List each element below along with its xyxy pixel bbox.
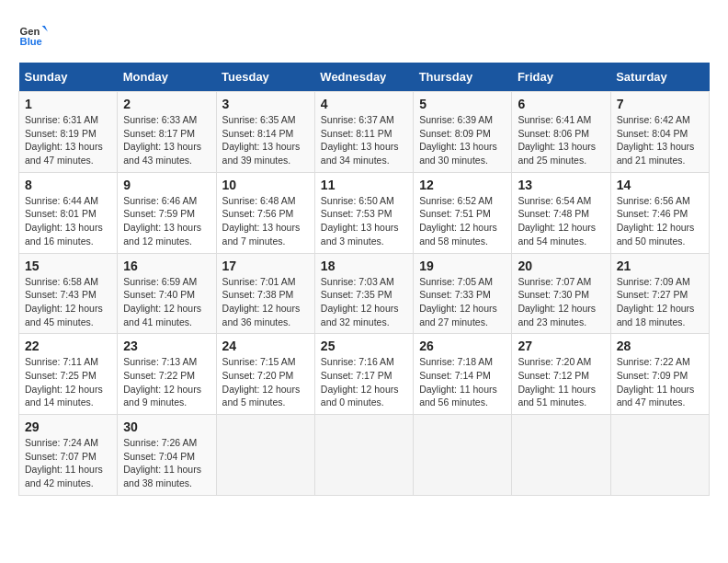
calendar-day-29: 29Sunrise: 7:24 AM Sunset: 7:07 PM Dayli… — [19, 415, 118, 496]
day-number: 10 — [222, 178, 309, 192]
calendar-day-6: 6Sunrise: 6:41 AM Sunset: 8:06 PM Daylig… — [512, 92, 610, 173]
day-number: 7 — [617, 97, 703, 111]
calendar-day-9: 9Sunrise: 6:46 AM Sunset: 7:59 PM Daylig… — [118, 172, 216, 253]
day-info: Sunrise: 7:01 AM Sunset: 7:38 PM Dayligh… — [222, 275, 309, 329]
calendar-day-26: 26Sunrise: 7:18 AM Sunset: 7:14 PM Dayli… — [414, 334, 512, 415]
logo: Gen Blue — [18, 18, 51, 48]
day-info: Sunrise: 7:09 AM Sunset: 7:27 PM Dayligh… — [617, 275, 703, 329]
day-number: 28 — [617, 339, 703, 353]
day-info: Sunrise: 6:46 AM Sunset: 7:59 PM Dayligh… — [123, 194, 210, 248]
day-info: Sunrise: 6:54 AM Sunset: 7:48 PM Dayligh… — [518, 194, 604, 248]
day-number: 27 — [518, 339, 604, 353]
calendar-day-22: 22Sunrise: 7:11 AM Sunset: 7:25 PM Dayli… — [19, 334, 118, 415]
column-header-saturday: Saturday — [610, 63, 709, 92]
empty-day — [610, 415, 709, 496]
day-info: Sunrise: 6:41 AM Sunset: 8:06 PM Dayligh… — [518, 113, 604, 167]
day-number: 13 — [518, 178, 604, 192]
calendar-day-1: 1Sunrise: 6:31 AM Sunset: 8:19 PM Daylig… — [19, 92, 118, 173]
day-info: Sunrise: 7:05 AM Sunset: 7:33 PM Dayligh… — [419, 275, 506, 329]
column-header-friday: Friday — [512, 63, 610, 92]
day-number: 25 — [321, 339, 407, 353]
day-info: Sunrise: 7:26 AM Sunset: 7:04 PM Dayligh… — [123, 436, 210, 490]
column-header-wednesday: Wednesday — [314, 63, 413, 92]
calendar-day-20: 20Sunrise: 7:07 AM Sunset: 7:30 PM Dayli… — [512, 253, 610, 334]
day-info: Sunrise: 6:33 AM Sunset: 8:17 PM Dayligh… — [123, 113, 210, 167]
calendar-day-18: 18Sunrise: 7:03 AM Sunset: 7:35 PM Dayli… — [314, 253, 413, 334]
day-number: 5 — [419, 97, 506, 111]
calendar-week-row: 22Sunrise: 7:11 AM Sunset: 7:25 PM Dayli… — [19, 334, 710, 415]
day-info: Sunrise: 7:24 AM Sunset: 7:07 PM Dayligh… — [25, 436, 111, 490]
calendar-day-21: 21Sunrise: 7:09 AM Sunset: 7:27 PM Dayli… — [610, 253, 709, 334]
calendar-week-row: 29Sunrise: 7:24 AM Sunset: 7:07 PM Dayli… — [19, 415, 710, 496]
calendar-day-23: 23Sunrise: 7:13 AM Sunset: 7:22 PM Dayli… — [118, 334, 216, 415]
day-number: 21 — [617, 259, 703, 273]
day-info: Sunrise: 6:50 AM Sunset: 7:53 PM Dayligh… — [321, 194, 407, 248]
day-info: Sunrise: 6:37 AM Sunset: 8:11 PM Dayligh… — [321, 113, 407, 167]
day-info: Sunrise: 6:44 AM Sunset: 8:01 PM Dayligh… — [25, 194, 111, 248]
empty-day — [414, 415, 512, 496]
day-info: Sunrise: 6:52 AM Sunset: 7:51 PM Dayligh… — [419, 194, 506, 248]
calendar-day-24: 24Sunrise: 7:15 AM Sunset: 7:20 PM Dayli… — [216, 334, 314, 415]
day-info: Sunrise: 7:22 AM Sunset: 7:09 PM Dayligh… — [617, 355, 703, 409]
svg-text:Gen: Gen — [20, 26, 40, 37]
calendar-header-row: SundayMondayTuesdayWednesdayThursdayFrid… — [19, 63, 710, 92]
calendar-day-28: 28Sunrise: 7:22 AM Sunset: 7:09 PM Dayli… — [610, 334, 709, 415]
empty-day — [314, 415, 413, 496]
day-info: Sunrise: 6:58 AM Sunset: 7:43 PM Dayligh… — [25, 275, 111, 329]
calendar-table: SundayMondayTuesdayWednesdayThursdayFrid… — [18, 63, 710, 496]
calendar-day-7: 7Sunrise: 6:42 AM Sunset: 8:04 PM Daylig… — [610, 92, 709, 173]
calendar-day-12: 12Sunrise: 6:52 AM Sunset: 7:51 PM Dayli… — [414, 172, 512, 253]
calendar-day-3: 3Sunrise: 6:35 AM Sunset: 8:14 PM Daylig… — [216, 92, 314, 173]
day-number: 17 — [222, 259, 309, 273]
svg-marker-2 — [42, 26, 48, 31]
calendar-week-row: 1Sunrise: 6:31 AM Sunset: 8:19 PM Daylig… — [19, 92, 710, 173]
calendar-day-15: 15Sunrise: 6:58 AM Sunset: 7:43 PM Dayli… — [19, 253, 118, 334]
column-header-sunday: Sunday — [19, 63, 118, 92]
calendar-day-5: 5Sunrise: 6:39 AM Sunset: 8:09 PM Daylig… — [414, 92, 512, 173]
calendar-day-10: 10Sunrise: 6:48 AM Sunset: 7:56 PM Dayli… — [216, 172, 314, 253]
day-number: 20 — [518, 259, 604, 273]
calendar-day-2: 2Sunrise: 6:33 AM Sunset: 8:17 PM Daylig… — [118, 92, 216, 173]
empty-day — [216, 415, 314, 496]
day-info: Sunrise: 6:42 AM Sunset: 8:04 PM Dayligh… — [617, 113, 703, 167]
day-number: 16 — [123, 259, 210, 273]
day-number: 12 — [419, 178, 506, 192]
calendar-day-14: 14Sunrise: 6:56 AM Sunset: 7:46 PM Dayli… — [610, 172, 709, 253]
svg-text:Blue: Blue — [20, 36, 42, 47]
day-info: Sunrise: 7:15 AM Sunset: 7:20 PM Dayligh… — [222, 355, 309, 409]
calendar-day-27: 27Sunrise: 7:20 AM Sunset: 7:12 PM Dayli… — [512, 334, 610, 415]
logo-icon: Gen Blue — [18, 18, 48, 48]
day-info: Sunrise: 6:31 AM Sunset: 8:19 PM Dayligh… — [25, 113, 111, 167]
calendar-day-19: 19Sunrise: 7:05 AM Sunset: 7:33 PM Dayli… — [414, 253, 512, 334]
day-info: Sunrise: 6:48 AM Sunset: 7:56 PM Dayligh… — [222, 194, 309, 248]
day-number: 8 — [25, 178, 111, 192]
day-number: 18 — [321, 259, 407, 273]
day-number: 3 — [222, 97, 309, 111]
day-number: 6 — [518, 97, 604, 111]
day-info: Sunrise: 6:56 AM Sunset: 7:46 PM Dayligh… — [617, 194, 703, 248]
calendar-day-16: 16Sunrise: 6:59 AM Sunset: 7:40 PM Dayli… — [118, 253, 216, 334]
column-header-thursday: Thursday — [414, 63, 512, 92]
day-info: Sunrise: 6:59 AM Sunset: 7:40 PM Dayligh… — [123, 275, 210, 329]
day-info: Sunrise: 6:39 AM Sunset: 8:09 PM Dayligh… — [419, 113, 506, 167]
day-number: 24 — [222, 339, 309, 353]
day-info: Sunrise: 7:07 AM Sunset: 7:30 PM Dayligh… — [518, 275, 604, 329]
day-number: 14 — [617, 178, 703, 192]
day-number: 2 — [123, 97, 210, 111]
day-info: Sunrise: 7:11 AM Sunset: 7:25 PM Dayligh… — [25, 355, 111, 409]
day-number: 30 — [123, 419, 210, 434]
empty-day — [512, 415, 610, 496]
calendar-day-30: 30Sunrise: 7:26 AM Sunset: 7:04 PM Dayli… — [118, 415, 216, 496]
day-info: Sunrise: 7:20 AM Sunset: 7:12 PM Dayligh… — [518, 355, 604, 409]
calendar-day-25: 25Sunrise: 7:16 AM Sunset: 7:17 PM Dayli… — [314, 334, 413, 415]
page-header: Gen Blue — [18, 18, 710, 48]
day-number: 19 — [419, 259, 506, 273]
day-info: Sunrise: 7:03 AM Sunset: 7:35 PM Dayligh… — [321, 275, 407, 329]
calendar-day-13: 13Sunrise: 6:54 AM Sunset: 7:48 PM Dayli… — [512, 172, 610, 253]
day-number: 1 — [25, 97, 111, 111]
day-info: Sunrise: 6:35 AM Sunset: 8:14 PM Dayligh… — [222, 113, 309, 167]
calendar-day-17: 17Sunrise: 7:01 AM Sunset: 7:38 PM Dayli… — [216, 253, 314, 334]
day-number: 9 — [123, 178, 210, 192]
day-number: 4 — [321, 97, 407, 111]
day-info: Sunrise: 7:18 AM Sunset: 7:14 PM Dayligh… — [419, 355, 506, 409]
